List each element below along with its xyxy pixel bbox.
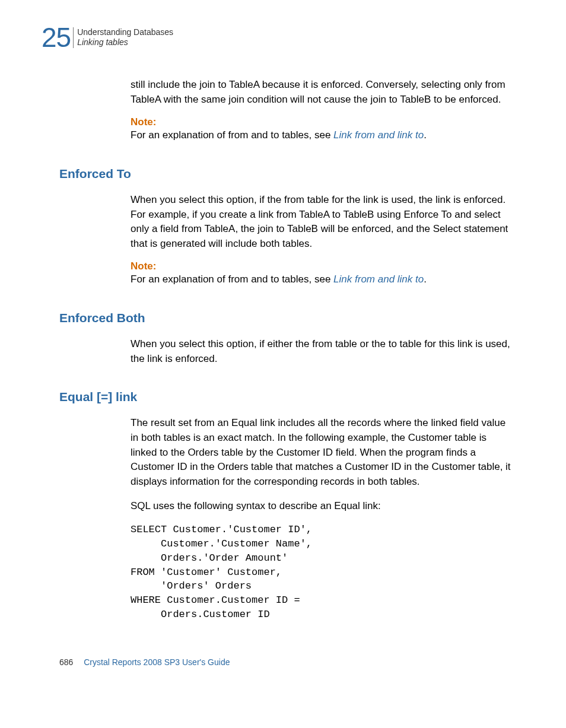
heading-enforced-to: Enforced To bbox=[59, 167, 524, 181]
enforced-to-paragraph: When you select this option, if the from… bbox=[131, 193, 516, 252]
link-from-and-link-to[interactable]: Link from and link to bbox=[333, 274, 424, 285]
note-text-suffix: . bbox=[424, 129, 427, 141]
note-text: For an explanation of from and to tables… bbox=[131, 128, 516, 143]
guide-title: Crystal Reports 2008 SP3 User's Guide bbox=[84, 657, 230, 667]
chapter-number: 25 bbox=[42, 24, 71, 51]
page-header: 25 Understanding Databases Linking table… bbox=[42, 24, 524, 51]
equal-link-paragraph-1: The result set from an Equal link includ… bbox=[131, 416, 516, 489]
equal-link-paragraph-2: SQL uses the following syntax to describ… bbox=[131, 499, 516, 514]
note-text-suffix: . bbox=[424, 274, 427, 285]
link-from-and-link-to[interactable]: Link from and link to bbox=[333, 129, 424, 141]
heading-equal-link: Equal [=] link bbox=[59, 390, 524, 404]
chapter-subtitle: Linking tables bbox=[77, 37, 173, 48]
note-label: Note: bbox=[131, 116, 524, 128]
note-label: Note: bbox=[131, 260, 524, 272]
note-text: For an explanation of from and to tables… bbox=[131, 272, 516, 287]
note-text-prefix: For an explanation of from and to tables… bbox=[131, 274, 333, 285]
heading-enforced-both: Enforced Both bbox=[59, 311, 524, 325]
intro-paragraph: still include the join to TableA because… bbox=[131, 78, 516, 107]
chapter-meta: Understanding Databases Linking tables bbox=[73, 27, 173, 48]
sql-code-block: SELECT Customer.'Customer ID', Customer.… bbox=[131, 523, 524, 622]
page-number: 686 bbox=[59, 657, 73, 667]
note-text-prefix: For an explanation of from and to tables… bbox=[131, 129, 333, 141]
chapter-title: Understanding Databases bbox=[77, 27, 173, 38]
page-footer: 686 Crystal Reports 2008 SP3 User's Guid… bbox=[59, 657, 524, 667]
enforced-both-paragraph: When you select this option, if either t… bbox=[131, 337, 516, 366]
